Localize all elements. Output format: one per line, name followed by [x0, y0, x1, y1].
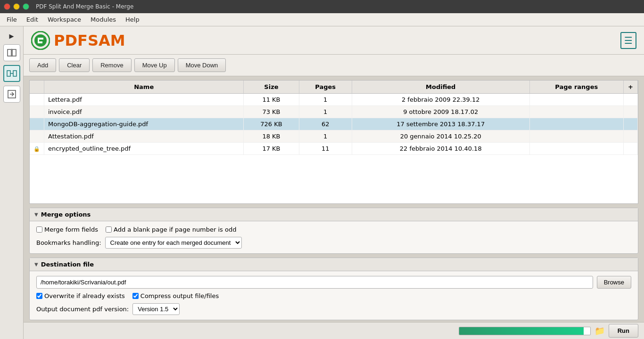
merge-form-fields-label[interactable]: Merge form fields — [36, 226, 98, 233]
row-lock-cell — [30, 118, 44, 130]
merge-options-content: Merge form fields Add a blank page if pa… — [30, 221, 638, 253]
maximize-button[interactable] — [23, 3, 29, 10]
menu-modules[interactable]: Modules — [86, 14, 121, 25]
row-pages-cell: 1 — [299, 106, 352, 118]
minimize-button[interactable] — [13, 3, 20, 10]
menu-help[interactable]: Help — [121, 14, 144, 25]
app-header: PDFSAM ☰ — [24, 26, 644, 55]
row-modified-cell: 20 gennaio 2014 10.25.20 — [352, 130, 529, 143]
toolbar: Add Clear Remove Move Up Move Down — [24, 55, 644, 76]
destination-path-input[interactable] — [36, 276, 593, 289]
blank-page-label[interactable]: Add a blank page if page number is odd — [106, 226, 237, 233]
version-row: Output document pdf version: Version 1.0… — [36, 303, 631, 315]
menubar: File Edit Workspace Modules Help — [0, 13, 644, 26]
progress-bar-fill — [459, 327, 584, 335]
menu-workspace[interactable]: Workspace — [43, 14, 86, 25]
merge-options-triangle: ▼ — [34, 212, 38, 217]
titlebar: PDF Split And Merge Basic - Merge — [0, 0, 644, 13]
logo-text: PDFSAM — [54, 32, 125, 49]
col-ranges: Page ranges — [529, 81, 623, 94]
file-table-container: Name Size Pages Modified Page ranges + L… — [29, 80, 638, 204]
clear-button[interactable]: Clear — [59, 58, 90, 72]
row-ranges-cell[interactable] — [529, 130, 623, 143]
bookmarks-select[interactable]: Create one entry for each merged documen… — [105, 237, 242, 249]
table-row[interactable]: 🔒encrypted_outline_tree.pdf17 KB1122 feb… — [30, 143, 638, 155]
row-extra-cell — [624, 94, 638, 106]
move-down-button[interactable]: Move Down — [178, 58, 226, 72]
row-ranges-cell[interactable] — [529, 106, 623, 118]
merge-options-header[interactable]: ▼ Merge options — [30, 208, 638, 221]
sidebar: ▶ — [0, 26, 24, 339]
col-extra: + — [624, 81, 638, 94]
col-modified: Modified — [352, 81, 529, 94]
row-modified-cell: 9 ottobre 2009 18.17.02 — [352, 106, 529, 118]
table-row[interactable]: Lettera.pdf11 KB12 febbraio 2009 22.39.1… — [30, 94, 638, 106]
menu-edit[interactable]: Edit — [22, 14, 43, 25]
row-name-cell: Attestation.pdf — [44, 130, 244, 143]
row-extra-cell — [624, 118, 638, 130]
merge-options-title: Merge options — [41, 211, 91, 218]
bookmarks-row: Bookmarks handling: Create one entry for… — [36, 237, 631, 249]
add-button[interactable]: Add — [29, 58, 56, 72]
move-up-button[interactable]: Move Up — [134, 58, 175, 72]
table-row[interactable]: Attestation.pdf18 KB120 gennaio 2014 10.… — [30, 130, 638, 143]
row-size-cell: 17 KB — [244, 143, 299, 155]
logo: PDFSAM — [31, 31, 125, 50]
svg-rect-3 — [7, 71, 10, 76]
sidebar-item-merge[interactable] — [3, 65, 20, 82]
row-pages-cell: 11 — [299, 143, 352, 155]
sidebar-collapse-arrow[interactable]: ▶ — [5, 30, 19, 41]
progress-bar-container — [459, 327, 591, 335]
row-lock-cell: 🔒 — [30, 143, 44, 155]
destination-title: Destination file — [41, 261, 94, 268]
compress-label[interactable]: Compress output file/files — [132, 292, 219, 299]
row-ranges-cell[interactable] — [529, 94, 623, 106]
destination-header[interactable]: ▼ Destination file — [30, 258, 638, 271]
main-content: PDFSAM ☰ Add Clear Remove Move Up Move D… — [24, 26, 644, 339]
close-button[interactable] — [4, 3, 10, 10]
sidebar-item-split[interactable] — [3, 44, 20, 61]
svg-rect-0 — [8, 49, 11, 56]
overwrite-checkbox[interactable] — [36, 293, 42, 299]
bottom-bar: 📁 Run — [24, 322, 644, 339]
overwrite-label[interactable]: Overwrite if already exists — [36, 292, 125, 299]
row-extra-cell — [624, 143, 638, 155]
version-select[interactable]: Version 1.0Version 1.1Version 1.2Version… — [132, 303, 180, 315]
row-extra-cell — [624, 106, 638, 118]
row-modified-cell: 22 febbraio 2014 10.40.18 — [352, 143, 529, 155]
table-row[interactable]: MongoDB-aggregation-guide.pdf726 KB6217 … — [30, 118, 638, 130]
row-size-cell: 726 KB — [244, 118, 299, 130]
col-size: Size — [244, 81, 299, 94]
pdfsam-logo-icon — [31, 31, 50, 50]
window-title: PDF Split And Merge Basic - Merge — [36, 3, 133, 10]
hamburger-menu-icon[interactable]: ☰ — [620, 32, 636, 49]
bookmarks-label: Bookmarks handling: — [36, 239, 101, 246]
output-folder-icon[interactable]: 📁 — [594, 326, 605, 336]
row-ranges-cell[interactable] — [529, 118, 623, 130]
destination-content: Browse Overwrite if already exists Compr… — [30, 271, 638, 320]
blank-page-checkbox[interactable] — [106, 226, 112, 233]
row-lock-cell — [30, 130, 44, 143]
logo-sam: SAM — [88, 32, 125, 49]
merge-form-fields-checkbox[interactable] — [36, 226, 42, 233]
row-ranges-cell[interactable] — [529, 143, 623, 155]
table-header: Name Size Pages Modified Page ranges + — [30, 81, 638, 94]
lock-icon: 🔒 — [33, 146, 40, 152]
browse-button[interactable]: Browse — [597, 276, 631, 289]
compress-checkbox[interactable] — [132, 293, 139, 299]
destination-triangle: ▼ — [34, 262, 38, 267]
row-modified-cell: 17 settembre 2013 18.37.17 — [352, 118, 529, 130]
row-name-cell: MongoDB-aggregation-guide.pdf — [44, 118, 244, 130]
version-label: Output document pdf version: — [36, 306, 129, 313]
table-row[interactable]: invoice.pdf73 KB19 ottobre 2009 18.17.02 — [30, 106, 638, 118]
row-name-cell: Lettera.pdf — [44, 94, 244, 106]
row-size-cell: 11 KB — [244, 94, 299, 106]
svg-rect-4 — [13, 71, 17, 76]
destination-section: ▼ Destination file Browse Overwrite if a… — [29, 258, 638, 320]
sidebar-item-extract[interactable] — [3, 86, 20, 103]
run-button[interactable]: Run — [609, 324, 638, 338]
destination-path-row: Browse — [36, 276, 631, 289]
menu-file[interactable]: File — [2, 14, 22, 25]
row-lock-cell — [30, 106, 44, 118]
remove-button[interactable]: Remove — [92, 58, 131, 72]
